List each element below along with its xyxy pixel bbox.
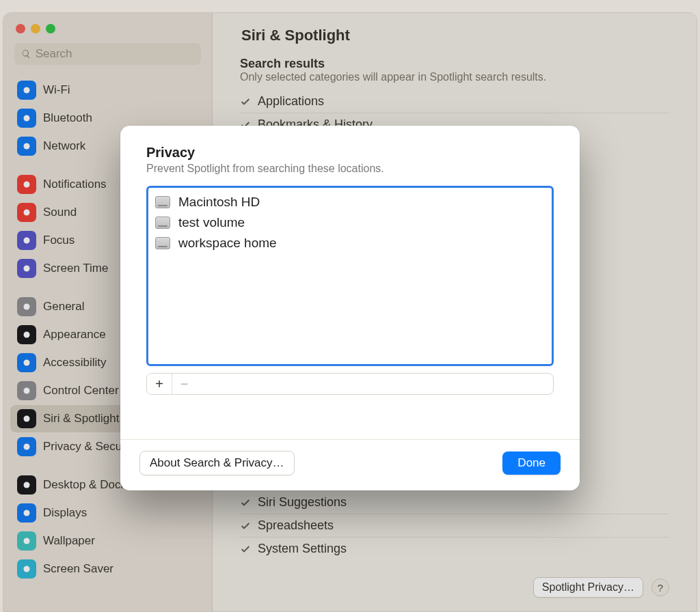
sun-icon <box>17 503 36 523</box>
sidebar-item-label: Wi-Fi <box>43 83 70 97</box>
svg-point-2 <box>24 143 30 150</box>
gear-icon <box>17 297 36 316</box>
privacy-location-item[interactable]: workspace home <box>154 233 546 253</box>
modal-subtitle: Prevent Spotlight from searching these l… <box>146 163 554 175</box>
sidebar-item-label: Siri & Spotlight <box>43 412 120 426</box>
sidebar-item-label: Screen Time <box>43 262 108 275</box>
svg-point-8 <box>24 332 30 338</box>
remove-location-button[interactable]: − <box>172 374 196 394</box>
minimize-window-button[interactable] <box>31 24 40 33</box>
sidebar-item-label: Accessibility <box>43 356 107 370</box>
privacy-location-item[interactable]: Macintosh HD <box>154 192 546 212</box>
category-label: Applications <box>258 94 324 109</box>
window-controls <box>3 18 212 43</box>
checkmark-icon <box>240 96 251 107</box>
bluetooth-icon <box>17 109 36 128</box>
svg-point-12 <box>24 444 30 450</box>
svg-point-15 <box>24 538 30 544</box>
close-window-button[interactable] <box>16 24 25 33</box>
sliders-icon <box>17 381 36 400</box>
svg-point-14 <box>24 510 30 516</box>
moon-icon <box>17 231 36 250</box>
checkmark-icon <box>240 520 251 531</box>
category-label: Siri Suggestions <box>258 495 347 510</box>
modal-title: Privacy <box>146 145 554 161</box>
speaker-icon <box>17 203 36 222</box>
category-label: Spreadsheets <box>258 518 334 533</box>
svg-point-9 <box>24 360 30 366</box>
sidebar-item-label: Bluetooth <box>43 111 92 125</box>
privacy-locations-list[interactable]: Macintosh HDtest volumeworkspace home <box>146 186 554 366</box>
disk-icon <box>155 196 170 208</box>
sidebar-item-wallpaper[interactable]: Wallpaper <box>10 527 205 555</box>
sidebar-item-displays[interactable]: Displays <box>10 499 205 527</box>
sidebar-item-label: Appearance <box>43 328 106 342</box>
privacy-modal: Privacy Prevent Spotlight from searching… <box>120 126 580 490</box>
search-category-siri-suggestions[interactable]: Siri Suggestions <box>240 491 669 514</box>
add-location-button[interactable]: + <box>147 374 172 394</box>
help-button[interactable]: ? <box>651 579 669 596</box>
siri-icon <box>17 409 36 428</box>
search-input[interactable] <box>36 47 194 61</box>
checkmark-icon <box>240 497 251 508</box>
flower-icon <box>17 531 36 551</box>
appearance-icon <box>17 325 36 344</box>
location-name: test volume <box>178 215 245 230</box>
location-name: workspace home <box>178 236 277 251</box>
hand-icon <box>17 437 36 456</box>
done-button[interactable]: Done <box>502 451 561 475</box>
svg-point-7 <box>24 304 30 310</box>
disk-icon <box>155 237 170 249</box>
svg-point-1 <box>24 115 30 122</box>
sidebar-item-label: Desktop & Dock <box>43 478 126 492</box>
screensaver-icon <box>17 559 36 579</box>
search-icon <box>21 48 31 59</box>
add-remove-controls: + − <box>146 373 554 395</box>
sidebar-item-label: Screen Saver <box>43 562 113 576</box>
sidebar-item-label: Sound <box>43 206 77 219</box>
svg-point-4 <box>24 210 30 216</box>
disk-icon <box>155 217 170 229</box>
zoom-window-button[interactable] <box>46 24 55 33</box>
section-subtitle: Only selected categories will appear in … <box>240 71 669 83</box>
svg-point-13 <box>24 482 30 488</box>
sidebar-item-label: Displays <box>43 506 87 520</box>
spotlight-privacy-button[interactable]: Spotlight Privacy… <box>533 577 643 598</box>
sidebar-item-label: Wallpaper <box>43 534 95 548</box>
sidebar-item-screen-saver[interactable]: Screen Saver <box>10 555 205 583</box>
dock-icon <box>17 475 36 495</box>
svg-point-5 <box>24 238 30 244</box>
search-category-applications[interactable]: Applications <box>240 90 669 113</box>
location-name: Macintosh HD <box>178 195 260 210</box>
sidebar-item-label: Notifications <box>43 178 107 191</box>
page-title: Siri & Spotlight <box>241 27 669 44</box>
svg-point-11 <box>24 416 30 422</box>
person-icon <box>17 353 36 372</box>
sidebar-item-wi-fi[interactable]: Wi-Fi <box>10 76 205 104</box>
svg-point-3 <box>24 182 30 188</box>
svg-point-16 <box>24 566 30 572</box>
globe-icon <box>17 137 36 156</box>
svg-point-6 <box>24 266 30 272</box>
search-category-system-settings[interactable]: System Settings <box>240 538 669 560</box>
sidebar-item-label: Network <box>43 139 85 153</box>
sidebar-item-label: Focus <box>43 234 75 247</box>
category-label: System Settings <box>258 542 347 556</box>
privacy-location-item[interactable]: test volume <box>154 212 546 233</box>
svg-point-0 <box>24 87 30 94</box>
sidebar-search[interactable] <box>14 43 201 65</box>
search-category-spreadsheets[interactable]: Spreadsheets <box>240 514 669 538</box>
bell-icon <box>17 175 36 194</box>
sidebar-item-label: General <box>43 300 84 314</box>
section-title: Search results <box>240 57 669 71</box>
sidebar-item-label: Control Center <box>43 384 119 398</box>
hourglass-icon <box>17 259 36 278</box>
wifi-icon <box>17 81 36 100</box>
about-search-privacy-button[interactable]: About Search & Privacy… <box>139 451 295 475</box>
svg-point-10 <box>24 388 30 394</box>
checkmark-icon <box>240 544 251 555</box>
